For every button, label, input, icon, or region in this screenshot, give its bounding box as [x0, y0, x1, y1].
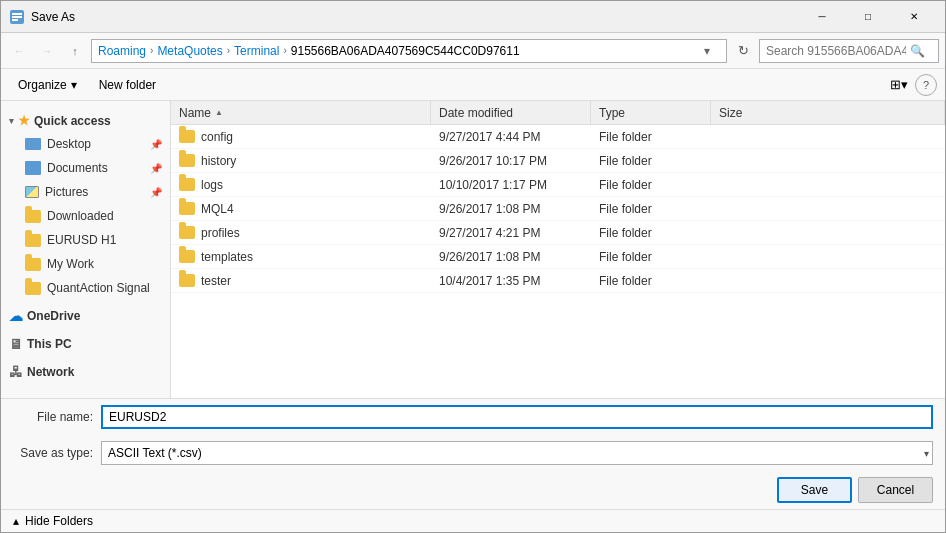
- breadcrumb-dropdown-icon[interactable]: ▾: [704, 44, 720, 58]
- file-size-cell: [711, 269, 945, 292]
- breadcrumb[interactable]: Roaming › MetaQuotes › Terminal › 915566…: [91, 39, 727, 63]
- minimize-button[interactable]: ─: [799, 1, 845, 33]
- file-date-cell: 10/10/2017 1:17 PM: [431, 173, 591, 196]
- file-size-cell: [711, 125, 945, 148]
- thispc-section: 🖥 This PC: [1, 332, 170, 356]
- table-row[interactable]: MQL4 9/26/2017 1:08 PM File folder: [171, 197, 945, 221]
- title-bar: Save As ─ □ ✕: [1, 1, 945, 33]
- file-type-cell: File folder: [591, 221, 711, 244]
- main-area: ▾ ★ Quick access Desktop 📌 Documents 📌 P…: [1, 101, 945, 398]
- filename-input[interactable]: [101, 405, 933, 429]
- filetype-select[interactable]: ASCII Text (*.csv) CSV (*.csv) Text (*.t…: [101, 441, 933, 465]
- save-as-dialog: Save As ─ □ ✕ ← → ↑ Roaming › MetaQuotes…: [0, 0, 946, 533]
- dialog-title: Save As: [31, 10, 799, 24]
- file-size-cell: [711, 149, 945, 172]
- folder-icon: [179, 154, 195, 167]
- organize-dropdown-icon: ▾: [71, 78, 77, 92]
- col-header-size[interactable]: Size: [711, 101, 945, 124]
- folder-icon: [179, 130, 195, 143]
- file-type-cell: File folder: [591, 125, 711, 148]
- onedrive-icon: ☁: [9, 308, 23, 324]
- breadcrumb-terminal[interactable]: Terminal: [234, 44, 279, 58]
- view-button[interactable]: ⊞ ▾: [887, 74, 911, 96]
- close-button[interactable]: ✕: [891, 1, 937, 33]
- file-name-cell: MQL4: [171, 197, 431, 220]
- up-button[interactable]: ↑: [63, 39, 87, 63]
- toolbar: Organize ▾ New folder ⊞ ▾ ?: [1, 69, 945, 101]
- file-size-cell: [711, 221, 945, 244]
- sort-icon: ▲: [215, 108, 223, 117]
- refresh-button[interactable]: ↻: [731, 39, 755, 63]
- onedrive-header[interactable]: ☁ OneDrive: [1, 304, 170, 328]
- pictures-icon: [25, 186, 39, 198]
- pictures-pin-icon: 📌: [150, 187, 162, 198]
- search-box[interactable]: 🔍: [759, 39, 939, 63]
- forward-button[interactable]: →: [35, 39, 59, 63]
- file-size-cell: [711, 245, 945, 268]
- file-date-cell: 9/26/2017 1:08 PM: [431, 245, 591, 268]
- documents-icon: [25, 161, 41, 175]
- breadcrumb-metaquotes[interactable]: MetaQuotes: [157, 44, 222, 58]
- cancel-button[interactable]: Cancel: [858, 477, 933, 503]
- sidebar-item-quantaction[interactable]: QuantAction Signal: [1, 276, 170, 300]
- quick-access-header[interactable]: ▾ ★ Quick access: [1, 109, 170, 132]
- file-type-cell: File folder: [591, 269, 711, 292]
- table-row[interactable]: templates 9/26/2017 1:08 PM File folder: [171, 245, 945, 269]
- file-type-cell: File folder: [591, 197, 711, 220]
- svg-rect-1: [12, 13, 22, 15]
- sidebar-item-eurusd[interactable]: EURUSD H1: [1, 228, 170, 252]
- file-name-cell: templates: [171, 245, 431, 268]
- quick-access-star-icon: ★: [18, 113, 30, 128]
- save-button[interactable]: Save: [777, 477, 852, 503]
- col-header-date[interactable]: Date modified: [431, 101, 591, 124]
- new-folder-button[interactable]: New folder: [90, 74, 165, 96]
- back-button[interactable]: ←: [7, 39, 31, 63]
- sidebar-item-downloaded[interactable]: Downloaded: [1, 204, 170, 228]
- filename-row: File name:: [1, 399, 945, 435]
- file-name-cell: history: [171, 149, 431, 172]
- col-header-name[interactable]: Name ▲: [171, 101, 431, 124]
- file-type-cell: File folder: [591, 149, 711, 172]
- folder-icon: [179, 226, 195, 239]
- eurusd-folder-icon: [25, 234, 41, 247]
- table-row[interactable]: profiles 9/27/2017 4:21 PM File folder: [171, 221, 945, 245]
- bottom-area: File name: Save as type: ASCII Text (*.c…: [1, 398, 945, 532]
- network-header[interactable]: 🖧 Network: [1, 360, 170, 384]
- file-name-cell: logs: [171, 173, 431, 196]
- onedrive-section: ☁ OneDrive: [1, 304, 170, 328]
- table-row[interactable]: config 9/27/2017 4:44 PM File folder: [171, 125, 945, 149]
- sidebar-item-documents[interactable]: Documents 📌: [1, 156, 170, 180]
- file-name-cell: config: [171, 125, 431, 148]
- network-icon: 🖧: [9, 364, 23, 380]
- table-row[interactable]: tester 10/4/2017 1:35 PM File folder: [171, 269, 945, 293]
- organize-button[interactable]: Organize ▾: [9, 74, 86, 96]
- file-date-cell: 9/26/2017 1:08 PM: [431, 197, 591, 220]
- desktop-icon: [25, 138, 41, 150]
- dialog-icon: [9, 9, 25, 25]
- file-date-cell: 10/4/2017 1:35 PM: [431, 269, 591, 292]
- filename-label: File name:: [13, 410, 93, 424]
- desktop-pin-icon: 📌: [150, 139, 162, 150]
- thispc-header[interactable]: 🖥 This PC: [1, 332, 170, 356]
- maximize-button[interactable]: □: [845, 1, 891, 33]
- col-header-type[interactable]: Type: [591, 101, 711, 124]
- sidebar-item-pictures[interactable]: Pictures 📌: [1, 180, 170, 204]
- quantaction-folder-icon: [25, 282, 41, 295]
- table-row[interactable]: logs 10/10/2017 1:17 PM File folder: [171, 173, 945, 197]
- file-date-cell: 9/27/2017 4:21 PM: [431, 221, 591, 244]
- search-input[interactable]: [766, 44, 906, 58]
- hide-folders-label: Hide Folders: [25, 514, 93, 528]
- sidebar-item-desktop[interactable]: Desktop 📌: [1, 132, 170, 156]
- file-rows-container: config 9/27/2017 4:44 PM File folder his…: [171, 125, 945, 293]
- sidebar-item-mywork[interactable]: My Work: [1, 252, 170, 276]
- hide-folders-bar[interactable]: ▴ Hide Folders: [1, 509, 945, 532]
- address-bar: ← → ↑ Roaming › MetaQuotes › Terminal › …: [1, 33, 945, 69]
- filetype-select-wrapper[interactable]: ASCII Text (*.csv) CSV (*.csv) Text (*.t…: [101, 441, 933, 465]
- folder-icon: [179, 202, 195, 215]
- help-button[interactable]: ?: [915, 74, 937, 96]
- table-row[interactable]: history 9/26/2017 10:17 PM File folder: [171, 149, 945, 173]
- network-section: 🖧 Network: [1, 360, 170, 384]
- thispc-icon: 🖥: [9, 336, 23, 352]
- file-name-cell: profiles: [171, 221, 431, 244]
- breadcrumb-roaming[interactable]: Roaming: [98, 44, 146, 58]
